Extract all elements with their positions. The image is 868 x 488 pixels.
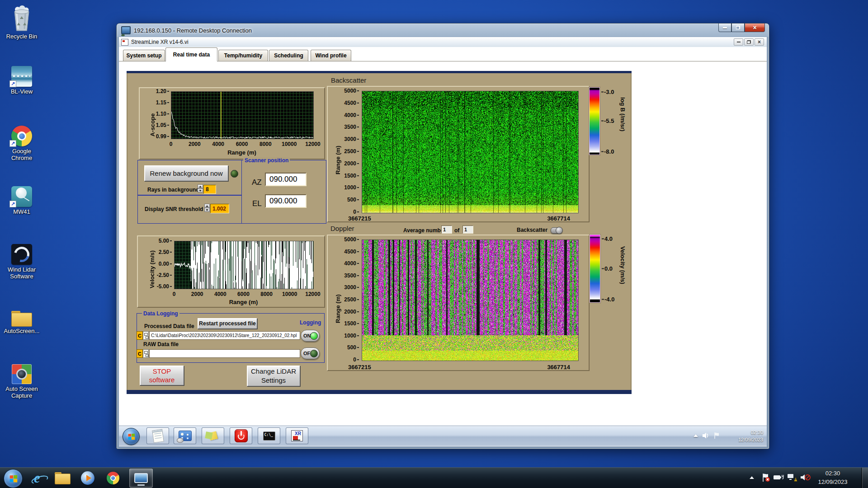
raw-drive-box[interactable]: C [137,349,143,358]
desktop-icon-auto-screen-capture[interactable]: Auto Screen Capture [2,356,42,399]
start-button[interactable] [4,469,23,488]
axis-tick: 3000 [344,136,359,142]
remote-clock-time: 02:30 [738,429,763,436]
el-field[interactable]: 090.000 [265,194,307,208]
axis-tick: 2500 [344,297,359,302]
power-icon [235,429,248,442]
remote-taskbar-notepad-button[interactable] [146,427,169,444]
spinner-down-icon[interactable] [198,188,203,192]
processed-drive-box[interactable]: C [137,331,143,340]
stop-software-button[interactable]: STOP software [140,366,184,385]
taskbar-chrome-button[interactable] [104,470,122,486]
colorbar-tick: -8.0 [601,148,614,155]
minimize-button[interactable] [718,23,731,32]
tray-expand-icon[interactable] [750,476,754,479]
spinner-up-icon[interactable] [204,204,210,208]
axis-tick: 500 [347,197,359,202]
desktop-icon-bl-view[interactable]: ↗ BL-View [2,59,42,95]
rdp-window-title: 192.168.0.150 - Remote Desktop Connectio… [134,27,252,34]
colorbar-tick: -3.0 [601,88,614,95]
media-player-icon [81,471,94,485]
axis-tick: 1000 [344,185,359,190]
restore-button[interactable] [731,23,745,32]
close-button[interactable]: × [745,23,765,32]
remote-tray-expand-icon[interactable] [693,434,698,437]
tab-wind-profile[interactable]: Wind profile [311,50,351,61]
battery-icon[interactable] [773,474,784,482]
rays-in-background-field[interactable]: 8 [203,185,216,194]
backscatter-section-title: Backscatter [331,76,366,84]
show-desktop-button[interactable] [862,468,868,488]
volume-muted-icon[interactable] [800,474,811,482]
network-icon[interactable] [787,473,797,482]
taskbar-internet-explorer-button[interactable]: e [28,470,46,486]
app-title-bar[interactable]: StreamLine XR v14-6.vi [119,37,767,47]
spinner-down-icon[interactable] [204,208,210,212]
tab-temp-humidity[interactable]: Temp/humidity [218,50,268,61]
processed-logging-toggle[interactable]: ON [301,330,320,342]
windows-flag-icon [128,433,135,440]
renew-background-button[interactable]: Renew background now [144,165,228,181]
remote-flag-icon[interactable] [713,432,720,439]
raw-path-field[interactable] [149,349,300,358]
backscatter-y-ticks: 5000450040003500300025002000150010005000 [340,88,359,215]
restore-icon [747,40,751,44]
app-restore-button[interactable] [744,38,754,46]
notepad-icon [152,429,164,443]
desktop-icon-autoscreen[interactable]: AutoScreen... [2,298,42,334]
processed-browse-icon[interactable] [143,331,149,340]
remote-start-button[interactable] [123,428,140,445]
a-scope-plot-area[interactable] [171,91,314,139]
remote-desktop-icon [134,473,148,483]
colorbar-tick: -4.0 [602,296,614,303]
average-number-field[interactable]: 1 [441,225,452,234]
doppler-plot-area[interactable] [362,239,579,361]
remote-taskbar-control-panel-button[interactable] [174,427,196,444]
axis-tick: 10000 [279,141,299,147]
change-lidar-settings-button[interactable]: Change LiDAR Settings [247,366,300,386]
remote-taskbar-sticky-notes-button[interactable] [202,427,224,444]
taskbar-media-player-button[interactable] [79,470,97,486]
remote-clock[interactable]: 02:30 12/09/2023 [738,429,763,443]
remote-taskbar-cmd-button[interactable]: C:\_ [258,427,280,444]
processed-path-field[interactable]: C:\Lidar\Data\Proc\2023\202309\20230912\… [149,331,300,340]
raw-browse-icon[interactable] [143,349,149,358]
restart-processed-file-button[interactable]: Restart processed file [198,318,257,329]
average-total-field[interactable]: 1 [462,225,473,234]
tab-scheduling[interactable]: Scheduling [269,50,308,61]
raw-logging-toggle[interactable]: OFF [301,347,320,359]
tab-label: Real time data [173,52,210,58]
desktop-icon-mw41[interactable]: ↗ MW41 [2,179,42,215]
spinner-up-icon[interactable] [198,184,203,188]
backscatter-x-start: 3667215 [348,215,371,222]
taskbar-rdp-button-active[interactable] [129,469,153,488]
change-settings-line2: Settings [261,376,286,385]
tab-real-time-data[interactable]: Real time data [165,47,217,61]
restore-icon [736,26,740,29]
velocity-plot-area[interactable] [174,241,314,289]
rdp-title-bar[interactable]: 192.168.0.150 - Remote Desktop Connectio… [117,23,715,37]
axis-tick: 5.00 [159,238,172,244]
az-value: 090.000 [269,175,297,184]
desktop-icon-label: MW41 [2,208,42,215]
clock-date: 12/09/2023 [810,478,855,486]
taskbar-clock[interactable]: 02:30 12/09/2023 [810,469,855,486]
tab-system-setup[interactable]: System setup [123,50,165,61]
az-field[interactable]: 090.000 [265,173,307,186]
backscatter-toggle-switch[interactable] [551,227,562,234]
app-minimize-button[interactable] [734,38,743,46]
backscatter-canvas [362,91,578,213]
snr-threshold-field[interactable]: 1.002 [210,204,229,213]
of-label: of [454,227,459,234]
action-center-flag-icon[interactable] [761,473,770,483]
remote-volume-icon[interactable] [702,432,711,439]
app-close-button[interactable]: × [755,38,764,46]
backscatter-plot-area[interactable] [362,91,579,213]
colorbar-tick: 0.0 [602,265,613,272]
taskbar-explorer-button[interactable] [53,470,71,486]
remote-taskbar-xr-app-button[interactable]: XR [286,427,308,444]
desktop-icon-wind-lidar[interactable]: Wind Lidar Software [2,237,42,280]
desktop-icon-recycle-bin[interactable]: Recycle Bin [2,4,42,40]
remote-taskbar-shutdown-button[interactable] [230,427,252,444]
desktop-icon-google-chrome[interactable]: ↗ Google Chrome [2,118,42,161]
